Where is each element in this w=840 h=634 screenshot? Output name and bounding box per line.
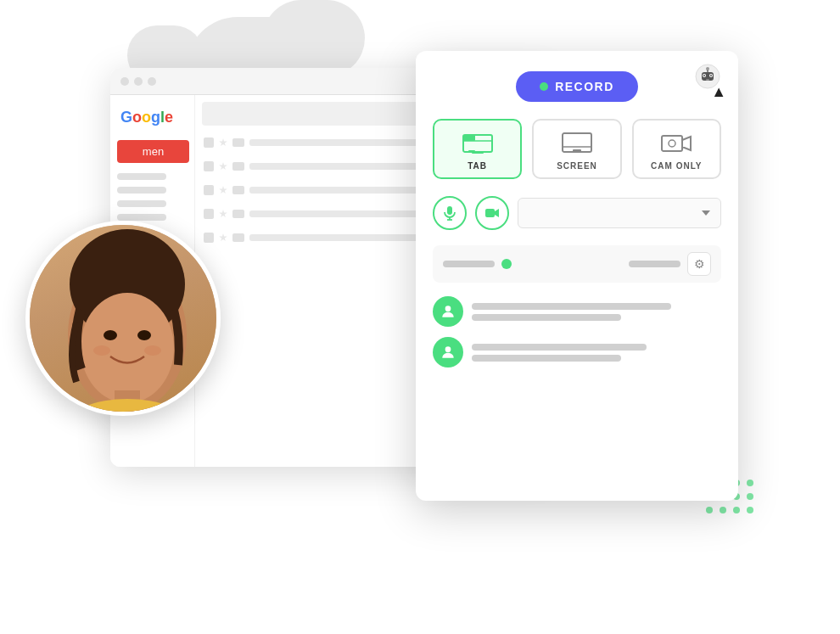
user-row-1 <box>433 296 721 327</box>
svg-point-34 <box>68 399 187 412</box>
svg-rect-24 <box>485 209 495 217</box>
person-icon-1 <box>440 303 456 320</box>
compose-button[interactable]: men <box>117 140 189 163</box>
svg-point-27 <box>445 346 451 352</box>
mode-selector: TAB SCREEN <box>433 119 721 179</box>
mode-tab[interactable]: TAB <box>433 119 522 179</box>
svg-point-5 <box>710 75 712 76</box>
tab-bar-item-2[interactable] <box>629 261 680 267</box>
record-dot-indicator <box>540 82 548 91</box>
cloud-decoration-2 <box>263 0 365 76</box>
email-tag <box>232 233 244 242</box>
svg-point-26 <box>445 306 451 311</box>
svg-point-20 <box>669 140 675 147</box>
svg-marker-19 <box>682 137 691 150</box>
svg-rect-18 <box>662 136 682 151</box>
svg-marker-25 <box>495 209 499 217</box>
user-avatar-1 <box>433 296 463 327</box>
svg-rect-10 <box>463 135 475 141</box>
person-face-image <box>30 225 216 412</box>
user-detail-line <box>472 355 621 362</box>
svg-point-32 <box>137 330 151 340</box>
deco-dot <box>747 480 753 486</box>
user-info-lines-2 <box>472 344 721 362</box>
scene: Google men <box>0 0 840 634</box>
extension-popup: ▲ RECORD <box>416 51 738 501</box>
user-name-line <box>472 303 671 310</box>
audio-controls-row <box>433 196 721 230</box>
user-name-line <box>472 344 647 351</box>
user-list <box>433 296 721 367</box>
mode-cam-only[interactable]: CAM ONLY <box>632 119 721 179</box>
mode-tab-label: TAB <box>441 161 513 171</box>
tab-icon <box>461 131 495 156</box>
window-dot-yellow <box>134 77 143 86</box>
mode-screen-label: SCREEN <box>540 161 613 171</box>
user-row-2 <box>433 337 721 367</box>
sidebar-nav-line-1 <box>117 173 166 180</box>
window-dot-green <box>148 77 156 86</box>
email-checkbox <box>204 185 214 195</box>
cursor-pointer: ▲ <box>711 83 726 101</box>
svg-rect-21 <box>447 206 452 215</box>
email-star <box>219 138 227 147</box>
record-button-label: RECORD <box>555 80 614 93</box>
email-tag <box>232 138 244 147</box>
google-logo: Google <box>117 105 188 130</box>
camera-button[interactable] <box>475 196 509 230</box>
email-tag <box>232 186 244 194</box>
user-info-lines-1 <box>472 303 721 321</box>
email-star <box>219 210 227 218</box>
deco-dot <box>747 507 753 513</box>
deco-dot <box>747 493 753 500</box>
svg-rect-17 <box>569 151 585 153</box>
mode-cam-label: CAM ONLY <box>641 161 713 171</box>
microphone-button[interactable] <box>433 196 467 230</box>
svg-point-35 <box>93 345 110 356</box>
active-tab-dot <box>501 259 512 269</box>
tab-bar-item-1[interactable] <box>443 261 495 267</box>
sidebar-nav-line-3 <box>117 200 166 207</box>
popup-body: RECORD TAB <box>416 51 738 384</box>
deco-dot <box>720 507 726 513</box>
mode-screen[interactable]: SCREEN <box>532 119 621 179</box>
deco-dot <box>706 507 713 513</box>
email-tag <box>232 210 244 218</box>
record-button[interactable]: RECORD <box>516 71 638 102</box>
screen-icon <box>560 131 594 156</box>
user-avatar-2 <box>433 337 463 367</box>
email-tag <box>232 162 244 171</box>
svg-rect-6 <box>706 79 709 81</box>
settings-button[interactable]: ⚙ <box>687 252 711 276</box>
svg-point-8 <box>706 67 709 70</box>
svg-point-31 <box>104 330 117 340</box>
sidebar-nav-line-4 <box>117 214 166 221</box>
tab-switcher-bar: ⚙ <box>433 245 721 283</box>
user-detail-line <box>472 314 621 321</box>
cam-only-icon <box>659 131 693 156</box>
svg-rect-14 <box>563 133 591 152</box>
email-checkbox <box>204 161 214 171</box>
email-star <box>219 186 227 194</box>
svg-rect-13 <box>472 152 484 154</box>
email-star <box>219 162 227 171</box>
sidebar-nav-line-2 <box>117 187 166 194</box>
deco-dot <box>733 507 740 513</box>
window-dot-red <box>120 77 129 86</box>
email-star <box>219 233 227 242</box>
svg-point-36 <box>144 345 161 356</box>
person-icon-2 <box>440 344 456 361</box>
chevron-down-icon <box>702 210 710 216</box>
email-checkbox <box>204 137 214 148</box>
email-checkbox <box>204 209 214 219</box>
camera-dropdown[interactable] <box>518 198 721 228</box>
person-photo-circle <box>25 221 221 416</box>
svg-point-4 <box>703 75 705 76</box>
